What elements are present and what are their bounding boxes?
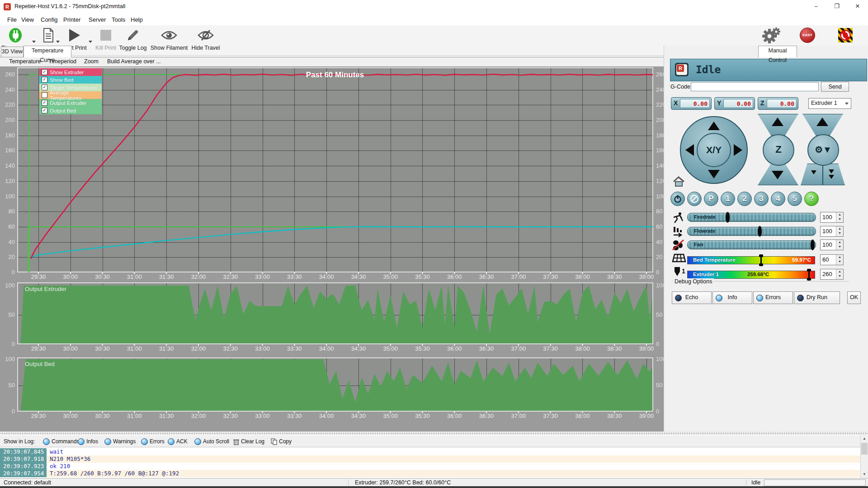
extruder-temp-spinner[interactable]: 260▲▼ — [820, 269, 844, 280]
menu-view[interactable]: View — [19, 15, 36, 24]
legend-item-show-extruder[interactable]: ✓Show Extruder — [39, 68, 102, 76]
jog-y-minus-icon[interactable] — [708, 170, 720, 178]
show-filament-button[interactable]: Show Filament — [150, 26, 188, 53]
chart-menu-build-average[interactable]: Build Average over ... — [107, 58, 161, 65]
feedrate-spinner[interactable]: 100▲▼ — [820, 212, 844, 223]
log-toggle-ack[interactable]: ACK — [168, 437, 188, 446]
spinner-arrows-icon[interactable]: ▲▼ — [836, 240, 843, 250]
menu-config[interactable]: Config — [39, 15, 60, 24]
menu-printer[interactable]: Printer — [61, 15, 82, 24]
extruder-select[interactable]: Extruder 1 — [808, 98, 851, 109]
flowrate-spinner[interactable]: 100▲▼ — [820, 226, 844, 237]
extruder-center-button[interactable]: ⚙▼ — [807, 134, 839, 166]
load-dropdown-icon[interactable] — [56, 41, 60, 43]
spinner-arrows-icon[interactable]: ▲▼ — [836, 269, 843, 279]
extruder-temperature-slider[interactable]: Extruder 1 259.68°C — [687, 271, 815, 279]
maximize-button[interactable]: ❐ — [826, 0, 847, 14]
log-toggle-warnings[interactable]: Warnings — [104, 437, 136, 446]
menu-help[interactable]: Help — [129, 15, 145, 24]
feedrate-slider-thumb[interactable] — [726, 212, 730, 223]
help-button[interactable]: ? — [804, 192, 819, 206]
disconnect-dropdown-icon[interactable] — [32, 41, 36, 43]
start-print-dropdown-icon[interactable] — [89, 41, 92, 43]
z-center-button[interactable]: Z — [763, 134, 794, 166]
feedrate-slider[interactable]: Feedrate — [687, 213, 816, 222]
scroll-up-icon[interactable]: ▲ — [861, 435, 868, 442]
menu-server[interactable]: Server — [87, 15, 108, 24]
spinner-arrows-icon[interactable]: ▲▼ — [836, 212, 843, 222]
spinner-arrows-icon[interactable]: ▲▼ — [836, 255, 843, 265]
bed-temp-spinner[interactable]: 60▲▼ — [820, 254, 844, 265]
preset-button-5[interactable]: 5 — [788, 192, 802, 206]
debug-errors-button[interactable]: Errors — [753, 291, 793, 304]
menu-file[interactable]: File — [5, 15, 19, 24]
home-icon[interactable] — [673, 176, 685, 188]
send-button[interactable]: Send — [821, 82, 849, 92]
tab-temperature-curve[interactable]: Temperature Curve — [24, 46, 71, 57]
preset-button-4[interactable]: 4 — [771, 192, 785, 206]
scroll-down-icon[interactable]: ▼ — [861, 471, 868, 478]
debug-info-button[interactable]: Info — [712, 291, 752, 304]
extrude-fast-button[interactable] — [823, 164, 845, 185]
tab-manual-control[interactable]: Manual Control — [758, 46, 797, 57]
scrollbar-thumb[interactable] — [861, 443, 868, 455]
flowrate-slider[interactable]: Flowrate — [687, 227, 816, 236]
extrude-button[interactable] — [801, 164, 823, 185]
bed-temp-thumb[interactable] — [759, 254, 763, 266]
easy-icon: EASY — [793, 26, 822, 44]
legend-checkbox[interactable]: ✓ — [42, 84, 47, 90]
xy-center-button[interactable]: X/Y — [697, 133, 731, 167]
park-button[interactable]: P — [704, 192, 718, 206]
log-toggle-infos[interactable]: Infos — [78, 437, 98, 446]
chart-menu-zoom[interactable]: Zoom — [84, 58, 99, 65]
gcode-input[interactable] — [691, 82, 819, 91]
extruder-temp-thumb[interactable] — [807, 269, 811, 281]
preset-button-3[interactable]: 3 — [754, 192, 769, 206]
legend-item-show-bed[interactable]: ✓Show Bed — [39, 76, 102, 84]
menu-tools[interactable]: Tools — [110, 15, 127, 24]
minimize-button[interactable]: – — [806, 0, 826, 14]
debug-dryrun-button[interactable]: Dry Run — [794, 291, 840, 304]
log-scrollbar[interactable]: ▲ ▼ — [860, 435, 868, 478]
legend-checkbox[interactable]: ✓ — [42, 69, 47, 75]
jog-y-plus-icon[interactable] — [708, 122, 720, 130]
fan-slider-thumb[interactable] — [811, 239, 815, 250]
bed-temperature-slider[interactable]: Bed Temperature 59.97°C — [687, 256, 815, 264]
legend-item-average-temperatures[interactable]: Average Temperatures — [39, 91, 102, 99]
chart-menu-temperature[interactable]: Temperature — [9, 58, 41, 65]
legend-checkbox[interactable] — [42, 92, 47, 98]
legend-checkbox[interactable]: ✓ — [42, 108, 47, 113]
legend-checkbox[interactable]: ✓ — [42, 77, 47, 83]
tab-3d-view[interactable]: 3D View — [1, 47, 24, 57]
kill-print-button[interactable]: Kill Print — [94, 26, 118, 53]
jog-x-minus-icon[interactable] — [685, 144, 694, 156]
z-jog-pad[interactable]: Z — [755, 113, 800, 185]
preset-button-1[interactable]: 1 — [721, 192, 735, 206]
fan-slider[interactable]: Fan — [687, 240, 816, 249]
y-position-value: 0.00 — [723, 99, 753, 108]
log-toggle-commands[interactable]: Commands — [43, 437, 79, 446]
log-output[interactable]: 20:39:07.845wait20:39:07.918N210 M105*36… — [0, 447, 860, 479]
jog-x-plus-icon[interactable] — [734, 144, 742, 156]
spinner-arrows-icon[interactable]: ▲▼ — [836, 226, 843, 236]
copy-log-button[interactable]: Copy — [271, 437, 292, 446]
log-toggle-errors[interactable]: Errors — [141, 437, 165, 446]
extruder-jog-pad[interactable]: ⚙▼ — [800, 113, 845, 185]
close-button[interactable]: ✕ — [847, 0, 868, 14]
flowrate-slider-thumb[interactable] — [758, 226, 762, 237]
fan-spinner[interactable]: 100▲▼ — [820, 239, 844, 250]
clear-log-button[interactable]: Clear Log — [233, 437, 264, 446]
motors-off-button[interactable] — [687, 192, 702, 206]
hide-travel-button[interactable]: Hide Travel — [191, 26, 221, 53]
xy-jog-pad[interactable]: X/Y — [680, 116, 748, 184]
legend-checkbox[interactable]: ✓ — [42, 100, 47, 106]
power-button[interactable] — [670, 192, 685, 206]
log-toggle-autoscroll[interactable]: Auto Scroll — [194, 437, 229, 446]
preset-button-2[interactable]: 2 — [737, 192, 752, 206]
debug-ok-button[interactable]: OK — [847, 291, 861, 304]
toggle-log-button[interactable]: Toggle Log — [119, 26, 147, 53]
legend-item-output-bed[interactable]: ✓Output Bed — [39, 107, 102, 114]
print-progress-bar — [764, 479, 866, 486]
debug-echo-button[interactable]: Echo — [672, 291, 712, 304]
horizontal-splitter[interactable] — [0, 432, 868, 435]
